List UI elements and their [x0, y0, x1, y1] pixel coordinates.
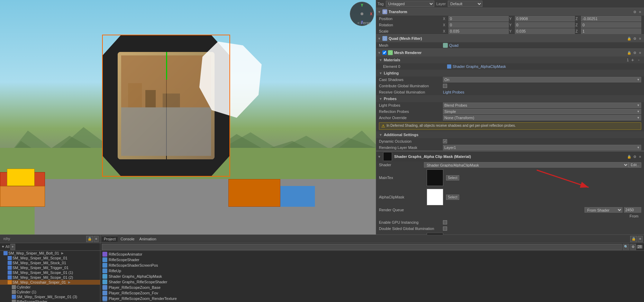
transform-header[interactable]: ▼ ⊞ Transform ⚙ ≡ [376, 8, 644, 16]
layer-select[interactable]: Default [448, 1, 482, 7]
mesh-renderer-settings-btn[interactable]: ⚙ [632, 50, 637, 55]
tab-animation[interactable]: Animation [137, 236, 158, 242]
rot-z-field[interactable] [581, 22, 641, 28]
shader-settings-btn[interactable]: ⚙ [632, 154, 637, 159]
tree-icon-7 [12, 285, 16, 289]
tree-item-1[interactable]: SM_Wep_Sniper_Mil_Scope_01 [0, 256, 100, 260]
tree-item-9[interactable]: SM_Wep_Sniper_Mil_Scope_01 (3) [0, 294, 100, 299]
tree-item-6[interactable]: SM_Wep_Crosshair_Sniper_01 ▶ [0, 280, 100, 285]
hierarchy-lock-btn[interactable]: 🔒 [86, 236, 93, 242]
scale-x-field[interactable] [448, 28, 509, 34]
shader-material-header[interactable]: ▼ Shader Graphs_Alpha Clip Mask (Materia… [376, 151, 644, 162]
project-search-input[interactable] [102, 244, 622, 250]
tree-item-2[interactable]: SM_Wep_Sniper_Mil_Stock_01 [0, 260, 100, 265]
add-material-btn[interactable]: + [630, 57, 635, 62]
scale-x-label: X [443, 29, 448, 33]
shader-edit-btn[interactable]: Edit... [629, 162, 641, 168]
transform-menu-btn[interactable]: ≡ [638, 9, 643, 14]
proj-item-4[interactable]: Shader Graphs_AlphaClipMask [101, 274, 643, 279]
svg-rect-4 [128, 83, 142, 107]
alpha-clip-thumb[interactable] [427, 189, 443, 205]
mesh-renderer-enabled-checkbox[interactable] [382, 51, 387, 55]
mesh-renderer-header[interactable]: ▼ ⬡ Mesh Renderer 🔒 ⚙ ≡ [376, 49, 644, 56]
alpha-clip-select-btn[interactable]: Select [446, 195, 459, 200]
rot-x-field[interactable] [448, 22, 509, 28]
tree-item-0[interactable]: SM_Wep_Sniper_Mil_Bolt_01 ▶ [0, 251, 100, 256]
transform-settings-btn[interactable]: ⚙ [632, 9, 637, 14]
proj-item-6[interactable]: Player_RifleScopeZoom_Base [101, 285, 643, 290]
bottom-bar: rchy 🔒 ≡ ✦ All + SM_Wep_Sniper_Mil_Bolt_… [0, 234, 644, 302]
tab-console[interactable]: Console [118, 236, 136, 242]
light-probes-dropdown[interactable]: Blend Probes ▼ [443, 103, 641, 108]
tree-icon-0 [3, 251, 8, 255]
rot-y-field[interactable] [515, 22, 575, 28]
project-search-btn[interactable]: 🔍 [623, 244, 629, 250]
lighting-subheader[interactable]: ▼ Lighting [376, 70, 644, 77]
tree-item-7[interactable]: Cylinder [0, 285, 100, 290]
pos-z-field[interactable] [581, 16, 641, 21]
mesh-renderer-menu-btn[interactable]: ≡ [638, 50, 643, 55]
pos-y-field[interactable] [515, 16, 575, 21]
mesh-filter-lock-btn[interactable]: 🔒 [627, 36, 632, 41]
proj-item-0[interactable]: RifleScopeAnimator [101, 251, 643, 257]
mesh-row: Mesh Quad [376, 42, 644, 48]
mesh-filter-settings-btn[interactable]: ⚙ [632, 36, 637, 41]
tree-icon-4 [8, 270, 12, 275]
proj-item-1[interactable]: RifleScopeShader [101, 257, 643, 263]
scale-y-field[interactable] [515, 28, 575, 34]
pos-x-field[interactable] [448, 16, 509, 21]
proj-item-3[interactable]: RifleUp [101, 268, 643, 274]
proj-icon-script-1 [102, 257, 107, 262]
shader-lock-btn[interactable]: 🔒 [627, 154, 632, 159]
project-lock-btn[interactable]: 🔒 [630, 236, 637, 242]
mesh-renderer-lock-btn[interactable]: 🔒 [627, 50, 632, 55]
proj-item-2[interactable]: RifleScopeShaderScreenPos [101, 263, 643, 268]
probes-subheader[interactable]: ▼ Probes [376, 95, 644, 102]
cast-shadows-dropdown[interactable]: On ▼ [443, 77, 641, 82]
render-queue-value[interactable] [624, 207, 641, 213]
scale-z-field[interactable] [581, 28, 641, 34]
tree-item-3[interactable]: SM_Wep_Sniper_Mil_Trigger_01 [0, 265, 100, 270]
additional-settings-subheader[interactable]: ▼ Additional Settings [376, 131, 644, 138]
tree-icon-10 [12, 300, 16, 302]
mesh-renderer-icon: ⬡ [388, 50, 393, 55]
gpu-instancing-checkbox[interactable] [443, 220, 447, 224]
reflection-probes-dropdown[interactable]: Simple ▼ [443, 109, 641, 114]
rendering-layer-row: Rendering Layer Mask Layer1 ▼ [376, 144, 644, 151]
main-tex-select-btn[interactable]: Select [446, 175, 459, 180]
mesh-filter-header[interactable]: ▼ ⬡ Quad (Mesh Filter) 🔒 ⚙ ≡ [376, 35, 644, 42]
tree-item-5[interactable]: SM_Wep_Sniper_Mil_Scope_01 (2) [0, 275, 100, 280]
proj-item-7[interactable]: Player_RifleScopeZoom_Fov [101, 290, 643, 296]
materials-subheader[interactable]: ▼ Materials 1 + - [376, 56, 644, 63]
dynamic-occlusion-checkbox[interactable] [443, 139, 447, 143]
anchor-override-dropdown[interactable]: None (Transform) ▼ [443, 115, 641, 121]
tree-item-4[interactable]: SM_Wep_Sniper_Mil_Scope_01 (1) [0, 270, 100, 275]
render-queue-dropdown[interactable]: From Shader [584, 207, 623, 213]
persp-label: < Persp [357, 21, 371, 25]
mesh-filter-menu-btn[interactable]: ≡ [638, 36, 643, 41]
tag-select[interactable]: Untagged [386, 1, 434, 7]
tree-item-10[interactable]: RifleScopeShader [0, 299, 100, 302]
hierarchy-options-btn[interactable]: ≡ [94, 236, 99, 242]
proj-item-8[interactable]: Player_RifleScopeZoom_RenderTexture [101, 296, 643, 301]
rendering-layer-dropdown[interactable]: Layer1 ▼ [443, 145, 641, 150]
shader-dropdown[interactable]: Shader Graphs/AlphaClipMask [424, 162, 629, 168]
hierarchy-add-btn[interactable]: + [10, 244, 15, 250]
tree-label-5: SM_Wep_Sniper_Mil_Scope_01 (2) [12, 275, 73, 279]
tree-label-4: SM_Wep_Sniper_Mil_Scope_01 (1) [12, 270, 73, 275]
remove-material-btn[interactable]: - [636, 57, 641, 62]
materials-fold-arrow: ▼ [379, 58, 382, 62]
project-options-btn[interactable]: ≡ [638, 236, 643, 242]
project-filter-btn[interactable]: ⚙ [630, 244, 636, 250]
contribute-gi-checkbox[interactable] [443, 84, 447, 88]
tab-project[interactable]: Project [102, 236, 118, 242]
scene-viewport[interactable]: Y X Z < Persp [0, 0, 376, 234]
probes-fold-arrow: ▼ [379, 97, 382, 101]
double-sided-gi-checkbox[interactable] [443, 226, 447, 231]
tree-item-8[interactable]: Cylinder (1) [0, 290, 100, 294]
shader-menu-btn[interactable]: ≡ [638, 154, 643, 159]
main-tex-thumb[interactable] [427, 169, 443, 186]
double-sided-gi-row: Double Sided Global Illumination [376, 225, 644, 232]
proj-item-5[interactable]: Shader Graphs_RifleScopeShader [101, 279, 643, 285]
tag-label: Tag [378, 2, 384, 6]
